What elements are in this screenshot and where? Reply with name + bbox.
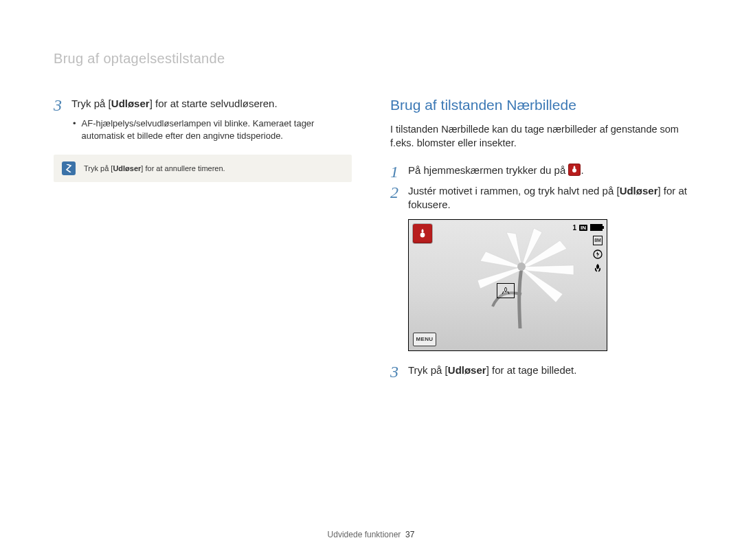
breadcrumb: Brug af optagelsestilstande bbox=[54, 51, 688, 67]
text-bold: Udløser bbox=[620, 185, 658, 197]
bullet-dot: • bbox=[73, 117, 76, 142]
note-icon bbox=[62, 161, 76, 175]
step-text: Justér motivet i rammen, og tryk halvt n… bbox=[408, 184, 688, 212]
step-2-right: 2 Justér motivet i rammen, og tryk halvt… bbox=[390, 184, 688, 212]
text-bold: Udløser bbox=[113, 164, 141, 172]
text-fragment: ] for at annullere timeren. bbox=[141, 164, 225, 172]
text-fragment: Justér motivet i rammen, og tryk halvt n… bbox=[408, 185, 620, 197]
text-fragment: På hjemmeskærmen trykker du på bbox=[408, 164, 568, 176]
bullet-row: • AF-hjælpelys/selvudløserlampen vil bli… bbox=[54, 117, 352, 142]
step-number: 2 bbox=[390, 184, 401, 201]
status-column: 1 IN 8M bbox=[572, 224, 603, 273]
note-box: Tryk på [Udløser] for at annullere timer… bbox=[54, 155, 352, 182]
text-fragment: ] for at tage billedet. bbox=[486, 364, 577, 376]
flower-illustration bbox=[465, 225, 582, 335]
content-columns: 3 Tryk på [Udløser] for at starte selvud… bbox=[54, 97, 688, 384]
menu-button: MENU bbox=[413, 333, 436, 346]
status-top-row: 1 IN bbox=[572, 224, 603, 232]
intro-text: I tilstanden Nærbillede kan du tage nærb… bbox=[390, 123, 688, 150]
camera-screen: MENU 1 IN 8M bbox=[408, 219, 607, 351]
text-fragment: Tryk på [ bbox=[408, 364, 448, 376]
bullet-text: AF-hjælpelys/selvudløserlampen vil blink… bbox=[82, 117, 352, 142]
step-1-right: 1 På hjemmeskærmen trykker du på . bbox=[390, 164, 688, 180]
note-text: Tryk på [Udløser] for at annullere timer… bbox=[84, 164, 225, 172]
footer-section: Udvidede funktioner bbox=[328, 530, 401, 539]
storage-icon: IN bbox=[579, 225, 587, 231]
resolution-icon: 8M bbox=[593, 236, 603, 245]
section-title: Brug af tilstanden Nærbillede bbox=[390, 97, 688, 113]
text-fragment: . bbox=[581, 164, 583, 176]
text-fragment: Tryk på [ bbox=[71, 98, 111, 109]
step-3-left: 3 Tryk på [Udløser] for at starte selvud… bbox=[54, 97, 352, 113]
closeup-mode-icon bbox=[568, 164, 581, 176]
step-number: 3 bbox=[390, 363, 401, 380]
mode-badge-icon bbox=[413, 224, 432, 243]
step-text: Tryk på [Udløser] for at tage billedet. bbox=[408, 363, 576, 377]
battery-icon bbox=[590, 224, 603, 231]
left-column: 3 Tryk på [Udløser] for at starte selvud… bbox=[54, 97, 352, 384]
page-number: 37 bbox=[405, 530, 414, 539]
text-bold: Udløser bbox=[111, 98, 150, 109]
manual-page: Brug af optagelsestilstande 3 Tryk på [U… bbox=[0, 0, 742, 560]
right-column: Brug af tilstanden Nærbillede I tilstand… bbox=[390, 97, 688, 384]
step-text: På hjemmeskærmen trykker du på . bbox=[408, 164, 584, 177]
step-3-right: 3 Tryk på [Udløser] for at tage billedet… bbox=[390, 363, 688, 380]
step-number: 3 bbox=[54, 97, 65, 113]
text-bold: Udløser bbox=[448, 364, 486, 376]
step-number: 1 bbox=[390, 164, 401, 180]
shots-remaining: 1 bbox=[572, 224, 576, 232]
step-text: Tryk på [Udløser] for at starte selvudlø… bbox=[71, 97, 278, 111]
text-fragment: ] for at starte selvudløseren. bbox=[150, 98, 278, 109]
svg-point-1 bbox=[517, 262, 526, 271]
macro-icon bbox=[593, 263, 603, 273]
text-fragment: Tryk på [ bbox=[84, 164, 113, 172]
svg-point-2 bbox=[420, 232, 425, 237]
page-footer: Udvidede funktioner 37 bbox=[0, 530, 742, 539]
focus-frame bbox=[497, 283, 515, 298]
flash-off-icon bbox=[593, 249, 603, 259]
